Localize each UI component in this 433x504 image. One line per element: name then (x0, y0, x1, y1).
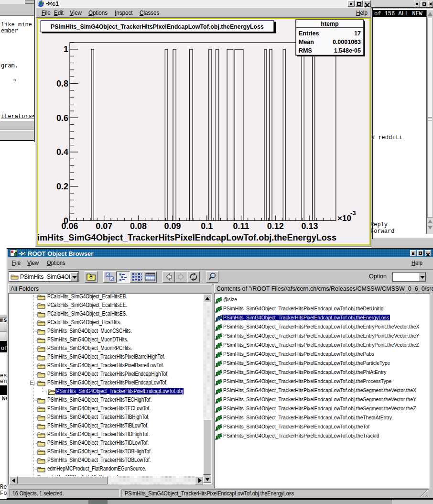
svg-text:0.0001063: 0.0001063 (333, 39, 361, 45)
svg-text:0.06: 0.06 (61, 221, 78, 231)
svg-text:0.2: 0.2 (56, 182, 68, 191)
svg-text:1.548e-05: 1.548e-05 (334, 47, 361, 54)
svg-text:0.12: 0.12 (267, 221, 284, 231)
svg-text:0.11: 0.11 (233, 221, 249, 231)
svg-text:×10: ×10 (337, 214, 351, 223)
svg-text:0.08: 0.08 (130, 221, 147, 231)
svg-text:17: 17 (354, 30, 361, 37)
svg-text:0.6: 0.6 (56, 113, 68, 123)
svg-text:0.13: 0.13 (301, 221, 318, 231)
svg-text:imHits_SimG4Object_TrackerHits: imHits_SimG4Object_TrackerHitsPixelEndca… (37, 233, 336, 242)
svg-text:1: 1 (64, 44, 68, 54)
svg-text:Entries: Entries (299, 30, 319, 37)
svg-text:Mean: Mean (299, 39, 314, 45)
svg-text:RMS: RMS (299, 47, 312, 54)
svg-text:0.07: 0.07 (96, 221, 112, 231)
svg-text:PSimHits_SimG4Object_TrackerHi: PSimHits_SimG4Object_TrackerHitsPixelEnd… (51, 23, 264, 30)
svg-text:0.8: 0.8 (56, 79, 68, 88)
svg-text:-3: -3 (350, 209, 356, 217)
svg-text:0.1: 0.1 (201, 221, 213, 231)
svg-text:htemp: htemp (321, 21, 339, 27)
svg-text:0.4: 0.4 (56, 147, 68, 157)
svg-text:0.09: 0.09 (164, 221, 181, 231)
